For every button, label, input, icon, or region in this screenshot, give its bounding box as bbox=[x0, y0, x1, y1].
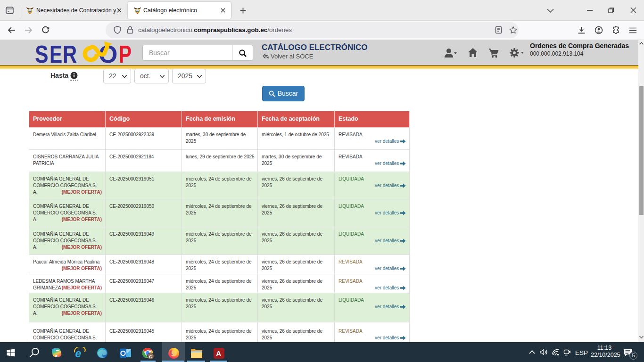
svg-text:P: P bbox=[119, 41, 132, 65]
svg-text:R: R bbox=[63, 41, 77, 65]
svg-text:A: A bbox=[216, 349, 221, 357]
svg-text:G: G bbox=[149, 354, 152, 359]
svg-text:e: e bbox=[75, 347, 82, 360]
svg-text:E: E bbox=[50, 41, 62, 65]
svg-text:S: S bbox=[35, 41, 48, 65]
